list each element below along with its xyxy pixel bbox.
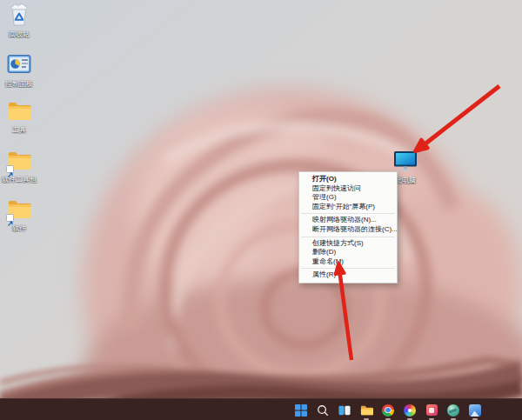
- desktop-icon-label: 软件: [0, 224, 38, 232]
- menu-item-create-shortcut[interactable]: 创建快捷方式(S): [299, 239, 397, 249]
- desktop-icon-label: 回收站: [0, 30, 38, 38]
- folder-shortcut-icon: [6, 196, 32, 222]
- recycle-bin-icon: [6, 2, 32, 28]
- desktop-icon-folder-software[interactable]: 软件: [0, 196, 38, 232]
- menu-item-pin-to-start[interactable]: 固定到“开始”屏幕(P): [299, 203, 397, 212]
- taskbar-search-button[interactable]: [316, 399, 330, 420]
- taskbar: [0, 398, 522, 420]
- desktop-icon-label: 控制面板: [0, 80, 38, 88]
- search-icon: [317, 403, 330, 417]
- task-view-icon: [338, 403, 351, 417]
- desktop-icon-label: 工具: [0, 126, 38, 134]
- folder-icon: [6, 97, 32, 123]
- desktop-icon-folder-tools[interactable]: 工具: [0, 97, 38, 134]
- taskbar-color-wheel-app-button[interactable]: [403, 399, 417, 420]
- photos-icon: [469, 403, 482, 417]
- folder-shortcut-icon: [6, 147, 32, 173]
- control-panel-icon: [6, 51, 32, 77]
- taskbar-chrome-button[interactable]: [381, 399, 395, 420]
- menu-item-disconnect-network-drive[interactable]: 断开网络驱动器的连接(C)...: [299, 225, 397, 235]
- desktop-icon-folder-software-tools[interactable]: 软件工具包: [0, 147, 38, 183]
- menu-item-properties[interactable]: 属性(R): [299, 270, 397, 280]
- menu-separator: [301, 268, 395, 269]
- this-pc-icon: [392, 148, 418, 174]
- menu-item-map-network-drive[interactable]: 映射网络驱动器(N)...: [299, 216, 397, 225]
- menu-item-open[interactable]: 打开(O): [299, 175, 397, 184]
- shortcut-arrow-badge: [6, 214, 14, 222]
- teal-browser-icon: [447, 403, 460, 417]
- pink-app-icon: [425, 403, 438, 417]
- menu-separator: [301, 213, 395, 214]
- windows-start-icon: [295, 403, 308, 417]
- taskbar-icon-group: [294, 399, 490, 420]
- menu-item-delete[interactable]: 删除(D): [299, 248, 397, 257]
- taskbar-start-button[interactable]: [294, 399, 308, 420]
- desktop-icon-control-panel[interactable]: 控制面板: [0, 51, 38, 88]
- menu-item-rename[interactable]: 重命名(M): [299, 257, 397, 267]
- taskbar-photos-button[interactable]: [468, 399, 482, 420]
- windows-desktop[interactable]: 回收站 控制面板 工具: [0, 0, 522, 420]
- shortcut-arrow-badge: [6, 165, 14, 173]
- taskbar-pink-app-button[interactable]: [425, 399, 438, 420]
- taskbar-task-view-button[interactable]: [338, 399, 351, 420]
- file-explorer-icon: [360, 403, 373, 417]
- menu-item-pin-quick-access[interactable]: 固定到快速访问: [299, 184, 397, 194]
- desktop-icon-recycle-bin[interactable]: 回收站: [0, 2, 38, 38]
- taskbar-teal-browser-button[interactable]: [446, 399, 460, 420]
- menu-separator: [301, 237, 395, 237]
- chrome-icon: [382, 403, 395, 417]
- color-wheel-icon: [404, 403, 417, 417]
- taskbar-file-explorer-button[interactable]: [359, 399, 373, 420]
- desktop-icon-label: 软件工具包: [0, 176, 38, 183]
- menu-item-manage[interactable]: 管理(G): [299, 193, 397, 203]
- bloom-wallpaper: [0, 0, 522, 420]
- context-menu: 打开(O) 固定到快速访问 管理(G) 固定到“开始”屏幕(P) 映射网络驱动器…: [298, 171, 398, 283]
